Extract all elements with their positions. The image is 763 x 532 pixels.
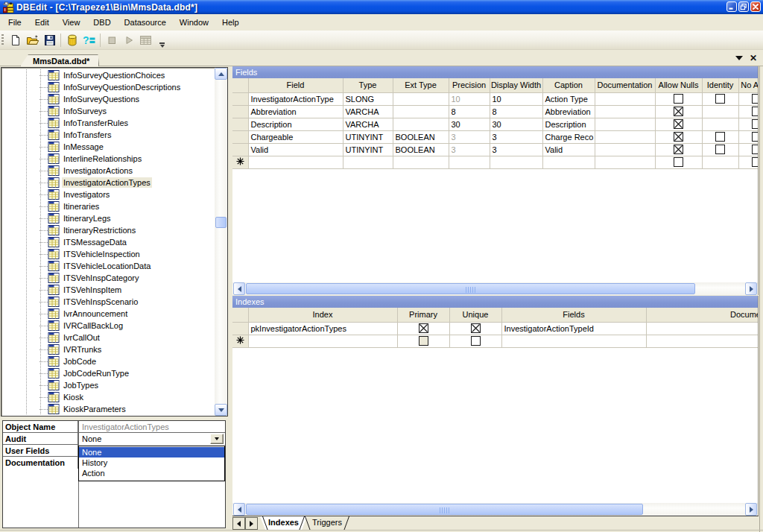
cell-ext_type[interactable]: BOOLEAN: [393, 130, 449, 143]
menu-datasource[interactable]: Datasource: [118, 14, 173, 31]
new-file-button[interactable]: [7, 32, 24, 48]
column-header-fields[interactable]: Fields: [501, 308, 646, 322]
tab-scroll-left-button[interactable]: [232, 517, 245, 530]
column-header-ext-type[interactable]: Ext Type: [393, 78, 449, 92]
audit-combo-button[interactable]: [210, 434, 224, 444]
document-tab[interactable]: MmsData.dbd*: [20, 54, 99, 66]
cell-caption[interactable]: Valid: [542, 143, 595, 156]
tree-item[interactable]: ITSVehInspScenario: [3, 296, 213, 308]
column-header-index[interactable]: Index: [248, 308, 397, 322]
column-header-row-indicator[interactable]: [232, 308, 248, 322]
tree-item[interactable]: IVRCallBackLog: [3, 320, 213, 332]
cell-index[interactable]: pkInvestigatorActionTypes: [248, 322, 397, 335]
save-file-button[interactable]: [41, 32, 58, 48]
unique-checkbox[interactable]: [471, 323, 481, 333]
toolbar-grip[interactable]: [1, 34, 4, 46]
scrollbar-track[interactable]: [215, 68, 227, 416]
scroll-right-button[interactable]: [745, 282, 757, 295]
column-header-documentation[interactable]: Documentation: [595, 78, 655, 92]
cell-type[interactable]: VARCHA: [343, 105, 393, 118]
tree-item[interactable]: IvrAnnouncement: [3, 308, 213, 320]
property-value[interactable]: InvestigatorActionTypes: [79, 421, 225, 433]
cell-identity[interactable]: [702, 118, 738, 130]
fields-horizontal-scrollbar[interactable]: [232, 282, 758, 295]
cell-display_width[interactable]: 3: [490, 143, 542, 156]
column-header-precision[interactable]: Precision: [449, 78, 490, 92]
tree-item[interactable]: ItineraryRestrictions: [3, 224, 213, 236]
cell-field[interactable]: Chargeable: [248, 130, 343, 143]
primary-checkbox[interactable]: [419, 323, 428, 333]
cell-display_width[interactable]: 10: [490, 92, 542, 105]
cell-fields[interactable]: [501, 335, 646, 347]
cell-field[interactable]: [248, 156, 343, 168]
cell-caption[interactable]: Abbreviation: [542, 105, 595, 118]
cell-identity[interactable]: [702, 156, 738, 168]
row-indicator[interactable]: [232, 130, 248, 143]
column-header-row-indicator[interactable]: [232, 78, 248, 92]
cell-field[interactable]: Valid: [248, 143, 343, 156]
column-header-caption[interactable]: Caption: [542, 78, 595, 92]
cell-identity[interactable]: [702, 105, 738, 118]
scroll-left-button[interactable]: [233, 503, 245, 516]
column-header-documentation[interactable]: Documentation: [646, 308, 758, 322]
no_audit-checkbox[interactable]: [752, 107, 759, 116]
cell-primary[interactable]: [397, 322, 449, 335]
cell-field[interactable]: InvestigatorActionType: [248, 92, 343, 105]
cell-precision[interactable]: [449, 156, 490, 168]
tree-item[interactable]: Kiosk: [3, 391, 213, 403]
cell-allow_nulls[interactable]: [655, 156, 702, 168]
allow_nulls-checkbox[interactable]: [674, 119, 683, 129]
tree-item[interactable]: ITSVehInspCategory: [3, 272, 213, 284]
open-file-button[interactable]: [24, 32, 41, 48]
menu-dbd[interactable]: DBD: [86, 14, 117, 31]
menu-view[interactable]: View: [56, 14, 87, 31]
tree-item[interactable]: ITSVehInspItem: [3, 284, 213, 296]
cell-allow_nulls[interactable]: [655, 92, 702, 105]
cell-ext_type[interactable]: [393, 118, 449, 130]
cell-type[interactable]: SLONG: [343, 92, 393, 105]
cell-documentation[interactable]: [595, 143, 655, 156]
cell-no_audit[interactable]: [738, 143, 758, 156]
tree-item[interactable]: JobTypes: [3, 379, 213, 391]
cell-precision[interactable]: 30: [449, 118, 490, 130]
tree-item[interactable]: InfoSurveys: [3, 105, 213, 117]
cell-ext_type[interactable]: [393, 156, 449, 168]
menu-file[interactable]: File: [1, 14, 28, 31]
column-header-allow-nulls[interactable]: Allow Nulls: [655, 78, 702, 92]
tree-item[interactable]: JobCode: [3, 355, 213, 367]
tree-item[interactable]: Investigators: [3, 189, 213, 200]
cell-caption[interactable]: Charge Reco: [542, 130, 595, 143]
tab-list-dropdown-icon[interactable]: [735, 56, 743, 60]
cell-field[interactable]: Description: [248, 118, 343, 130]
scroll-left-button[interactable]: [233, 282, 245, 295]
cell-allow_nulls[interactable]: [655, 130, 702, 143]
column-header-no-audit[interactable]: No Audit: [738, 78, 758, 92]
cell-documentation[interactable]: [646, 335, 758, 347]
identity-checkbox[interactable]: [715, 94, 725, 104]
primary-checkbox[interactable]: [419, 336, 428, 346]
no_audit-checkbox[interactable]: [752, 132, 759, 142]
menu-help[interactable]: Help: [215, 14, 246, 31]
tree-item[interactable]: InMessage: [3, 141, 213, 153]
tree-item[interactable]: InterlineRelationships: [3, 153, 213, 165]
cell-ext_type[interactable]: [393, 92, 449, 105]
row-indicator[interactable]: [232, 105, 248, 118]
cell-unique[interactable]: [449, 335, 501, 347]
minimize-button[interactable]: [726, 1, 737, 12]
indexes-horizontal-scrollbar[interactable]: [232, 503, 758, 516]
tree-item[interactable]: JobCodeRunType: [3, 367, 213, 379]
cell-unique[interactable]: [449, 322, 501, 335]
column-header-unique[interactable]: Unique: [449, 308, 501, 322]
cell-display_width[interactable]: 30: [490, 118, 542, 130]
menu-edit[interactable]: Edit: [28, 14, 56, 31]
tree-item[interactable]: ItineraryLegs: [3, 212, 213, 224]
cell-precision[interactable]: 10: [449, 92, 490, 105]
dropdown-option[interactable]: Action: [79, 468, 224, 478]
scroll-up-button[interactable]: [215, 68, 227, 80]
tree-item[interactable]: ITSVehicleLocationData: [3, 260, 213, 272]
cell-allow_nulls[interactable]: [655, 105, 702, 118]
tree-item[interactable]: InvestigatorActionTypes: [3, 177, 213, 189]
scroll-down-button[interactable]: [215, 404, 227, 416]
row-indicator[interactable]: [232, 156, 248, 168]
column-header-type[interactable]: Type: [343, 78, 393, 92]
